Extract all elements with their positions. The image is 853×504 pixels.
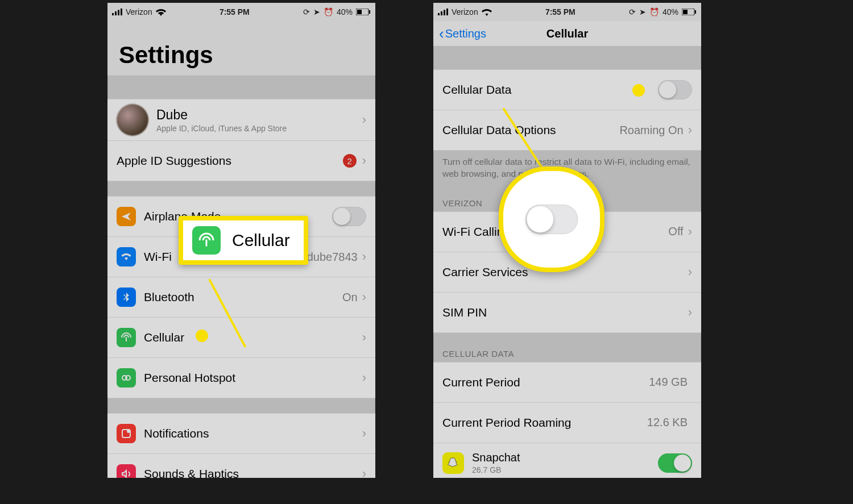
hotspot-row[interactable]: Personal Hotspot ›	[107, 358, 375, 398]
battery-icon	[356, 9, 371, 15]
notifications-row[interactable]: Notifications ›	[107, 414, 375, 454]
app-usage: 26.7 GB	[472, 465, 658, 474]
apple-id-suggestions-row[interactable]: Apple ID Suggestions 2 ›	[107, 141, 375, 181]
status-carrier: Verizon	[126, 7, 152, 16]
roaming-value: 12.6 KB	[647, 416, 688, 429]
bluetooth-label: Bluetooth	[144, 290, 342, 304]
app-toggle-snapchat[interactable]	[658, 453, 692, 473]
orientation-lock-icon: ⟳	[629, 7, 636, 16]
airplane-icon	[117, 207, 136, 226]
svg-rect-3	[121, 9, 122, 15]
profile-sub: Apple ID, iCloud, iTunes & App Store	[156, 124, 362, 133]
chevron-right-icon: ›	[688, 226, 692, 238]
location-icon: ➤	[313, 7, 320, 16]
current-period-roaming-row: Current Period Roaming 12.6 KB	[433, 403, 701, 443]
status-bar: Verizon 7:55 PM ⟳ ➤ ⏰ 40%	[107, 3, 375, 21]
chevron-right-icon: ›	[688, 124, 692, 136]
back-button[interactable]: ‹ Settings	[433, 25, 492, 43]
page-title: Settings	[107, 21, 375, 76]
svg-rect-11	[438, 13, 440, 15]
callout-cellular-icon	[192, 226, 221, 255]
profile-name: Dube	[156, 107, 362, 123]
location-icon: ➤	[639, 7, 646, 16]
signal-icon	[438, 9, 448, 15]
snapchat-icon	[442, 452, 464, 474]
alarm-icon: ⏰	[324, 7, 333, 16]
canvas: Verizon 7:55 PM ⟳ ➤ ⏰ 40% Settings	[0, 0, 853, 504]
callout-toggle-zoom	[499, 166, 604, 272]
cellular-data-options-label: Cellular Data Options	[442, 123, 619, 137]
back-label: Settings	[445, 27, 486, 40]
apple-id-label: Apple ID Suggestions	[117, 154, 343, 168]
wifi-calling-value: Off	[668, 225, 683, 238]
sim-pin-row[interactable]: SIM PIN ›	[433, 293, 701, 332]
hotspot-icon	[117, 368, 136, 388]
notifications-label: Notifications	[144, 427, 362, 440]
bluetooth-value: On	[342, 291, 358, 304]
chevron-right-icon: ›	[362, 372, 366, 384]
status-bar: Verizon 7:55 PM ⟳ ➤ ⏰ 40%	[433, 3, 701, 21]
svg-rect-6	[369, 10, 370, 14]
phone-settings: Verizon 7:55 PM ⟳ ➤ ⏰ 40% Settings	[107, 3, 375, 478]
status-battery: 40%	[662, 7, 678, 16]
signal-icon	[112, 9, 122, 15]
chevron-right-icon: ›	[362, 468, 366, 478]
svg-rect-1	[115, 11, 117, 15]
cellular-data-label: Cellular Data	[442, 83, 658, 97]
callout-cellular-label: Cellular	[232, 231, 290, 250]
sim-pin-label: SIM PIN	[442, 306, 688, 319]
app-name: Snapchat	[472, 451, 658, 464]
wifi-value: dube7843	[307, 251, 358, 264]
svg-rect-16	[683, 10, 688, 14]
sounds-label: Sounds & Haptics	[144, 467, 362, 478]
chevron-right-icon: ›	[362, 114, 366, 126]
current-period-label: Current Period	[442, 376, 649, 389]
cellular-label: Cellular	[144, 331, 362, 344]
svg-rect-14	[446, 9, 448, 15]
svg-rect-0	[112, 13, 114, 15]
cellular-data-options-row[interactable]: Cellular Data Options Roaming On ›	[433, 110, 701, 150]
chevron-right-icon: ›	[688, 306, 692, 319]
bluetooth-icon	[117, 288, 136, 307]
battery-icon	[682, 9, 697, 15]
avatar	[117, 104, 148, 136]
cellular-data-row[interactable]: Cellular Data	[433, 70, 701, 110]
status-time: 7:55 PM	[545, 7, 575, 16]
wifi-icon-tile	[117, 247, 136, 266]
wifi-icon	[482, 9, 492, 16]
airplane-toggle[interactable]	[332, 207, 366, 226]
orientation-lock-icon: ⟳	[303, 7, 310, 16]
profile-row[interactable]: Dube Apple ID, iCloud, iTunes & App Stor…	[107, 99, 375, 141]
status-battery: 40%	[337, 7, 353, 16]
svg-rect-17	[695, 10, 696, 14]
bluetooth-row[interactable]: Bluetooth On ›	[107, 277, 375, 318]
sounds-icon	[117, 464, 136, 478]
cellular-row[interactable]: Cellular ›	[107, 318, 375, 358]
svg-rect-2	[118, 10, 119, 16]
chevron-left-icon: ‹	[439, 25, 444, 43]
svg-rect-5	[357, 10, 362, 14]
chevron-right-icon: ›	[362, 331, 366, 344]
wifi-icon	[156, 9, 166, 16]
svg-point-10	[127, 430, 130, 433]
cellular-data-toggle[interactable]	[658, 80, 692, 99]
chevron-right-icon: ›	[362, 291, 366, 303]
callout-cellular-card: Cellular	[179, 216, 308, 265]
hotspot-label: Personal Hotspot	[144, 371, 362, 385]
cellular-icon	[117, 328, 136, 347]
chevron-right-icon: ›	[688, 266, 692, 278]
chevron-right-icon: ›	[362, 155, 366, 167]
apple-id-badge: 2	[343, 154, 357, 168]
svg-rect-12	[441, 11, 442, 15]
alarm-icon: ⏰	[649, 7, 659, 16]
sounds-row[interactable]: Sounds & Haptics ›	[107, 454, 375, 478]
notifications-icon	[117, 424, 136, 443]
chevron-right-icon: ›	[362, 251, 366, 263]
current-period-value: 149 GB	[649, 376, 688, 389]
svg-rect-13	[444, 10, 445, 16]
status-time: 7:55 PM	[220, 7, 250, 16]
cellular-data-header: CELLULAR DATA	[433, 343, 701, 362]
callout-toggle-off	[525, 205, 578, 235]
app-row-snapchat[interactable]: Snapchat 26.7 GB	[433, 443, 701, 478]
roaming-label: Current Period Roaming	[442, 416, 647, 430]
